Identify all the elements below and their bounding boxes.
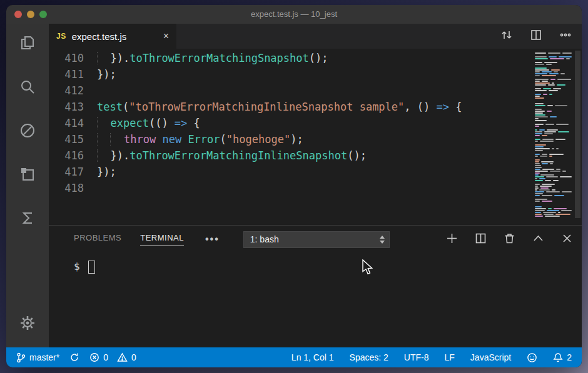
line-number: 412 (49, 82, 84, 99)
code-text: expect(() => { (97, 115, 200, 131)
line-number: 410 (49, 50, 84, 66)
maximize-panel-chevron-icon[interactable] (532, 232, 544, 247)
kill-terminal-trash-icon[interactable] (504, 232, 515, 247)
terminal-select[interactable]: 1: bash (243, 231, 390, 248)
terminal-cursor (88, 261, 95, 274)
cursor-position-button[interactable]: Ln 1, Col 1 (291, 352, 334, 362)
git-branch-button[interactable]: master* (16, 352, 59, 363)
close-panel-icon[interactable] (561, 232, 573, 247)
code-line[interactable]: 412 (49, 82, 535, 99)
select-arrows-icon (375, 236, 385, 244)
tab-title: expect.test.js (72, 31, 127, 42)
code-text: test("toThrowErrorMatchingInlineSnapshot… (97, 99, 462, 115)
feedback-smiley-button[interactable] (527, 352, 537, 363)
editor-actions (500, 24, 582, 49)
bell-icon (553, 352, 563, 363)
titlebar[interactable]: expect.test.js — 10_jest (6, 5, 582, 24)
code-text: }); (97, 164, 116, 180)
code-line[interactable]: 416 }).toThrowErrorMatchingInlineSnapsho… (49, 147, 535, 164)
terminal-prompt: $ (74, 261, 80, 272)
indentation-button[interactable]: Spaces: 2 (350, 352, 388, 362)
notifications-bell-button[interactable]: 2 (553, 352, 572, 363)
branch-label: master* (29, 352, 59, 362)
debug-circle-slash-icon[interactable] (18, 121, 37, 140)
minimap[interactable] (535, 49, 574, 225)
line-number: 414 (49, 115, 84, 131)
code-text: }).toThrowErrorMatchingSnapshot(); (97, 50, 328, 66)
sigma-extension-icon[interactable] (18, 209, 37, 227)
status-bar: master* 0 0 Ln 1, Col 1 Spaces: (6, 347, 582, 367)
terminal-select-value: 1: bash (250, 234, 279, 244)
desktop: { "window": { "title": "expect.test.js —… (0, 0, 588, 373)
git-branch-icon (16, 352, 26, 363)
settings-gear-icon[interactable] (18, 314, 37, 332)
line-number: 411 (49, 66, 84, 82)
panel-actions (446, 232, 573, 247)
tab-close-icon[interactable]: × (163, 31, 169, 42)
line-number: 413 (49, 99, 84, 115)
sync-icon (69, 352, 79, 362)
new-terminal-icon[interactable] (446, 232, 458, 247)
code-text: }).toThrowErrorMatchingInlineSnapshot(); (97, 147, 367, 164)
line-number: 418 (49, 180, 84, 196)
tab-terminal[interactable]: TERMINAL (140, 233, 184, 246)
panel-header: PROBLEMS TERMINAL ••• 1: bash (49, 226, 582, 253)
smiley-icon (527, 352, 537, 363)
extensions-icon[interactable] (18, 165, 37, 184)
tab-problems[interactable]: PROBLEMS (74, 233, 121, 246)
warning-icon (117, 352, 128, 362)
error-count: 0 (103, 352, 108, 362)
code-text: }); (97, 66, 116, 82)
eol-button[interactable]: LF (445, 352, 455, 362)
more-actions-icon[interactable] (559, 29, 572, 44)
window-title: expect.test.js — 10_jest (6, 9, 582, 19)
vscode-window: expect.test.js — 10_jest (6, 5, 582, 367)
search-icon[interactable] (18, 77, 37, 96)
code-editor[interactable]: 410 }).toThrowErrorMatchingSnapshot();41… (49, 49, 535, 225)
split-terminal-icon[interactable] (475, 232, 487, 247)
tab-bar: JS expect.test.js × (49, 24, 582, 49)
activity-bar (6, 24, 49, 347)
terminal[interactable]: $ (49, 253, 582, 347)
explorer-icon[interactable] (18, 34, 37, 52)
code-line[interactable]: 417}); (49, 164, 535, 180)
code-line[interactable]: 414 expect(() => { (49, 115, 535, 131)
sync-button[interactable] (69, 352, 79, 362)
scrollbar-thumb[interactable] (575, 51, 580, 218)
panel-more-icon[interactable]: ••• (205, 234, 220, 245)
code-line[interactable]: 413test("toThrowErrorMatchingInlineSnaps… (49, 99, 535, 115)
compare-changes-icon[interactable] (500, 29, 513, 44)
notification-count: 2 (567, 352, 572, 362)
encoding-button[interactable]: UTF-8 (404, 352, 429, 362)
error-icon (89, 352, 99, 362)
code-lines: 410 }).toThrowErrorMatchingSnapshot();41… (49, 50, 535, 196)
editor-scrollbar[interactable] (574, 49, 582, 225)
code-line[interactable]: 415 throw new Error("hogehoge"); (49, 131, 535, 147)
javascript-file-icon: JS (56, 32, 66, 41)
line-number: 415 (49, 131, 84, 147)
line-number: 416 (49, 147, 84, 164)
language-mode-button[interactable]: JavaScript (470, 352, 511, 362)
warning-count: 0 (131, 352, 136, 362)
problems-button[interactable]: 0 0 (89, 352, 136, 362)
code-text: throw new Error("hogehoge"); (97, 131, 303, 147)
line-number: 417 (49, 164, 84, 180)
code-line[interactable]: 410 }).toThrowErrorMatchingSnapshot(); (49, 50, 535, 66)
tab-expect-test-js[interactable]: JS expect.test.js × (49, 24, 176, 49)
panel: PROBLEMS TERMINAL ••• 1: bash (49, 225, 582, 347)
code-line[interactable]: 418 (49, 180, 535, 196)
code-line[interactable]: 411}); (49, 66, 535, 82)
split-editor-icon[interactable] (530, 29, 542, 44)
